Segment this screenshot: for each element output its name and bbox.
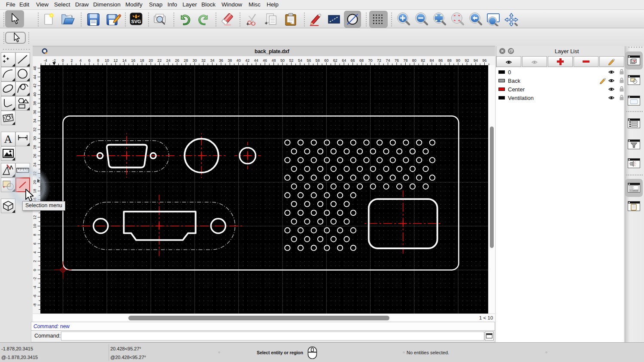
svg-text:66: 66 [351, 58, 355, 63]
svg-text:26: 26 [33, 154, 37, 158]
svg-text:42: 42 [245, 58, 249, 63]
svg-text:44: 44 [254, 58, 258, 63]
svg-text:28: 28 [184, 58, 188, 63]
svg-text:48: 48 [271, 58, 276, 63]
svg-text:32: 32 [33, 127, 37, 132]
svg-text:70: 70 [368, 58, 373, 63]
svg-text:40: 40 [237, 58, 241, 63]
svg-text:72: 72 [377, 58, 381, 63]
svg-text:50: 50 [280, 58, 285, 63]
svg-text:6: 6 [33, 242, 37, 244]
svg-text:86: 86 [438, 58, 443, 63]
svg-text:62: 62 [333, 58, 337, 63]
svg-text:90: 90 [456, 58, 460, 63]
svg-text:54: 54 [298, 58, 302, 63]
svg-text:42: 42 [33, 84, 37, 88]
svg-text:30: 30 [33, 136, 37, 141]
svg-text:-6: -6 [33, 295, 37, 298]
svg-text:2: 2 [33, 260, 37, 262]
svg-text:40: 40 [33, 92, 37, 97]
svg-text:38: 38 [33, 101, 37, 106]
svg-text:10: 10 [33, 224, 37, 228]
svg-text:22: 22 [158, 58, 162, 63]
svg-text:C: command: C: command [630, 190, 638, 192]
svg-text:34: 34 [210, 58, 214, 63]
svg-text:-4: -4 [44, 58, 47, 63]
svg-text:6: 6 [88, 58, 90, 63]
svg-text:4: 4 [79, 58, 82, 63]
svg-text:46: 46 [33, 66, 37, 70]
svg-text:38: 38 [228, 58, 232, 63]
svg-text:36: 36 [33, 110, 37, 114]
svg-text:0: 0 [62, 58, 64, 63]
svg-text:36: 36 [219, 58, 223, 63]
svg-text:20: 20 [149, 58, 153, 63]
svg-text:-4: -4 [33, 286, 37, 289]
svg-text:-2: -2 [52, 58, 56, 63]
svg-text:A: A [4, 133, 12, 145]
svg-text:-8: -8 [33, 303, 37, 307]
svg-text:28: 28 [33, 145, 37, 149]
svg-text:16: 16 [131, 58, 135, 63]
svg-text:SVG: SVG [131, 19, 141, 24]
svg-text:-2: -2 [33, 277, 37, 281]
svg-text:96: 96 [482, 58, 486, 63]
svg-text:44: 44 [33, 75, 37, 79]
svg-text:88: 88 [447, 58, 452, 63]
svg-text:92: 92 [465, 58, 469, 63]
svg-text:58: 58 [316, 58, 320, 63]
svg-text:52: 52 [289, 58, 293, 63]
svg-text:0: 0 [33, 269, 37, 271]
svg-text:56: 56 [307, 58, 311, 63]
svg-text:32: 32 [201, 58, 206, 63]
svg-text:8: 8 [97, 58, 99, 63]
svg-text:2: 2 [71, 58, 73, 63]
svg-text:34: 34 [33, 119, 37, 123]
svg-text:46: 46 [263, 58, 267, 63]
svg-text:78: 78 [403, 58, 407, 63]
svg-text:76: 76 [395, 58, 399, 63]
svg-text:8: 8 [33, 234, 37, 236]
svg-text:64: 64 [342, 58, 346, 63]
svg-text:12: 12 [113, 58, 118, 63]
svg-text:24: 24 [166, 58, 170, 63]
svg-text:68: 68 [359, 58, 364, 63]
svg-text:18: 18 [140, 58, 144, 63]
svg-text:26: 26 [175, 58, 179, 63]
svg-text:14: 14 [122, 58, 127, 63]
svg-text:74: 74 [386, 58, 390, 63]
svg-text:82: 82 [421, 58, 425, 63]
svg-text:30: 30 [192, 58, 197, 63]
svg-text:4: 4 [33, 251, 37, 253]
svg-text:12: 12 [33, 215, 37, 220]
svg-text:84: 84 [430, 58, 434, 63]
svg-text:10: 10 [105, 58, 109, 63]
svg-text:94: 94 [474, 58, 478, 63]
svg-text:80: 80 [412, 58, 416, 63]
svg-text:60: 60 [324, 58, 328, 63]
